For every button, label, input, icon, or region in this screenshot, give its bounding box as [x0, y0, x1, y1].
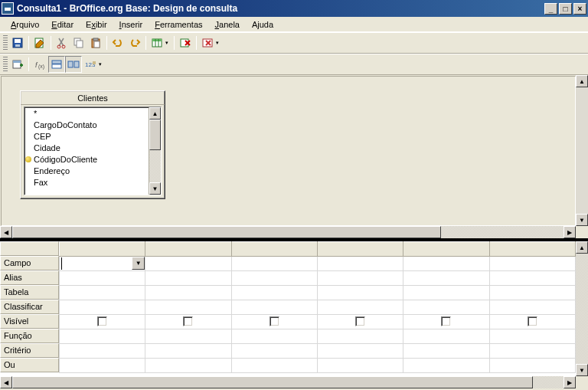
grid-cell[interactable]	[317, 359, 403, 373]
grid-cell[interactable]	[231, 286, 317, 300]
grid-cell[interactable]	[489, 257, 575, 271]
grid-cell[interactable]	[145, 359, 231, 373]
grid-cell[interactable]	[489, 344, 575, 359]
clear-query-icon[interactable]	[177, 34, 194, 51]
scroll-up-button[interactable]: ▲	[576, 241, 588, 254]
row-header-corner[interactable]	[0, 241, 59, 256]
grid-cell[interactable]	[145, 257, 231, 271]
grid-cell[interactable]	[60, 286, 145, 300]
grid-cell[interactable]	[489, 271, 575, 286]
grid-cell[interactable]	[145, 271, 231, 286]
visible-checkbox[interactable]	[183, 316, 193, 326]
grid-cell[interactable]	[403, 271, 489, 286]
grid-cell[interactable]	[317, 315, 403, 329]
grid-cell[interactable]	[145, 329, 231, 344]
grid-cell[interactable]	[60, 300, 145, 315]
grid-cell[interactable]	[231, 315, 317, 329]
grid-hscroll[interactable]: ◀ ▶	[0, 376, 588, 388]
column-header[interactable]	[60, 242, 145, 257]
grid-cell[interactable]	[145, 300, 231, 315]
scroll-track[interactable]	[149, 120, 161, 182]
column-header[interactable]	[231, 242, 317, 257]
visible-checkbox[interactable]	[355, 316, 365, 326]
grid-cell[interactable]	[403, 300, 489, 315]
menu-janela[interactable]: Janela	[209, 18, 246, 31]
grid-cell[interactable]	[231, 300, 317, 315]
minimize-button[interactable]: _	[544, 3, 557, 15]
field-editor[interactable]	[61, 257, 131, 270]
row-header-ou[interactable]: Ou	[0, 358, 59, 372]
grid-cell[interactable]	[231, 329, 317, 344]
grid-cell[interactable]	[145, 344, 231, 359]
grid-cell[interactable]	[145, 315, 231, 329]
table-scrollbar[interactable]: ▲ ▼	[149, 107, 161, 195]
scroll-track[interactable]	[12, 226, 564, 238]
field-row[interactable]: CargoDoContato	[26, 120, 147, 131]
visible-checkbox[interactable]	[441, 316, 451, 326]
field-row-key[interactable]: CódigoDoCliente	[26, 154, 147, 166]
grid-cell[interactable]	[231, 344, 317, 359]
grid-cell[interactable]	[489, 359, 575, 373]
scroll-left-button[interactable]: ◀	[0, 226, 12, 238]
grid-cell[interactable]	[317, 257, 403, 271]
maximize-button[interactable]: □	[559, 3, 572, 15]
grid-cell[interactable]	[403, 329, 489, 344]
grid-cell[interactable]	[60, 344, 145, 359]
scroll-thumb[interactable]	[149, 120, 161, 150]
menu-inserir[interactable]: Inserir	[113, 18, 149, 31]
grid-cell[interactable]	[403, 315, 489, 329]
scroll-track[interactable]	[576, 87, 588, 214]
column-header[interactable]	[403, 242, 489, 257]
distinct-values-icon[interactable]: 123	[82, 56, 99, 73]
scroll-thumb[interactable]	[12, 226, 441, 238]
sql-view-dropdown[interactable]: ▾	[216, 40, 222, 46]
grid-cell[interactable]	[145, 286, 231, 300]
canvas-hscroll[interactable]: ◀ ▶	[0, 226, 588, 238]
toolbar-grip[interactable]	[3, 35, 8, 51]
alias-icon[interactable]	[65, 56, 82, 73]
grid-cell[interactable]	[403, 344, 489, 359]
paste-icon[interactable]	[87, 34, 104, 51]
field-row[interactable]: Endereço	[26, 166, 147, 177]
toolbar-overflow[interactable]: ▾	[99, 61, 105, 67]
grid-cell[interactable]	[317, 329, 403, 344]
grid-cell[interactable]	[403, 257, 489, 271]
copy-icon[interactable]	[70, 34, 87, 51]
grid-cell[interactable]	[317, 286, 403, 300]
sql-view-icon[interactable]	[199, 34, 216, 51]
scroll-thumb[interactable]	[12, 376, 533, 388]
table-name-icon[interactable]	[48, 56, 65, 73]
row-header-campo[interactable]: Campo	[0, 256, 59, 270]
row-header-critério[interactable]: Critério	[0, 343, 59, 358]
scroll-right-button[interactable]: ▶	[564, 376, 576, 388]
grid-cell[interactable]	[60, 329, 145, 344]
grid-cell[interactable]	[489, 329, 575, 344]
visible-checkbox[interactable]	[97, 316, 107, 326]
grid-cell[interactable]	[60, 315, 145, 329]
grid-cell[interactable]	[317, 300, 403, 315]
row-header-visível[interactable]: Visível	[0, 314, 59, 329]
cut-icon[interactable]	[54, 34, 70, 51]
scroll-track[interactable]	[12, 376, 564, 388]
grid-cell[interactable]	[317, 344, 403, 359]
run-query-icon[interactable]	[149, 34, 165, 51]
row-header-alias[interactable]: Alias	[0, 270, 59, 285]
scroll-down-button[interactable]: ▼	[576, 214, 588, 226]
row-header-classificar[interactable]: Classificar	[0, 300, 59, 314]
grid-cell[interactable]	[489, 300, 575, 315]
menu-editar[interactable]: Editar	[45, 18, 80, 31]
column-header[interactable]	[145, 242, 231, 257]
redo-icon[interactable]	[126, 34, 143, 51]
grid-cell[interactable]	[403, 286, 489, 300]
design-canvas[interactable]: Clientes *CargoDoContatoCEPCidadeCódigoD…	[1, 76, 576, 226]
run-query-dropdown[interactable]: ▾	[165, 40, 172, 46]
grid-cell[interactable]	[317, 271, 403, 286]
edit-icon[interactable]	[31, 34, 48, 51]
menu-ajuda[interactable]: Ajuda	[246, 18, 279, 31]
grid-cell[interactable]	[231, 271, 317, 286]
canvas-vscroll[interactable]: ▲ ▼	[576, 75, 588, 226]
grid-cell[interactable]	[60, 271, 145, 286]
scroll-down-button[interactable]: ▼	[149, 182, 161, 195]
grid-cell[interactable]	[231, 359, 317, 373]
grid-cell[interactable]	[403, 359, 489, 373]
